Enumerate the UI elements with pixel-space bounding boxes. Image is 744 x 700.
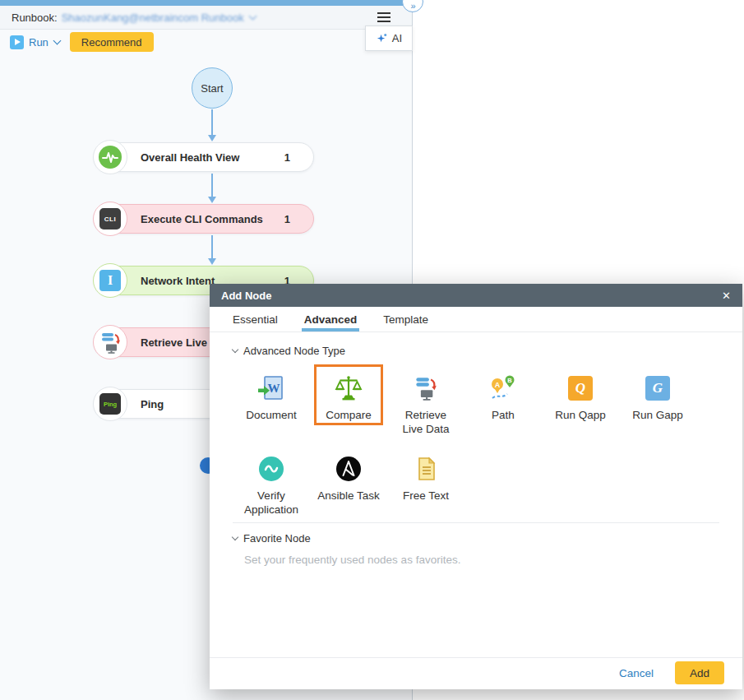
dialog-title: Add Node xyxy=(221,290,271,302)
section-title: Favorite Node xyxy=(243,532,311,545)
favorite-node-description: Set your frequently used nodes as favori… xyxy=(244,554,460,566)
ping-icon: Ping xyxy=(93,387,127,421)
flow-node-execute-cli-commands[interactable]: CLI Execute CLI Commands 1 xyxy=(94,204,314,234)
runbook-chevron-down-icon[interactable] xyxy=(248,12,256,20)
section-divider xyxy=(233,522,719,523)
svg-text:W: W xyxy=(268,382,280,395)
tab-essential[interactable]: Essential xyxy=(233,307,278,331)
node-type-label: Run Qapp xyxy=(555,409,606,423)
node-type-compare[interactable]: Compare xyxy=(314,364,383,425)
flow-node-label: Overall Health View xyxy=(141,151,239,164)
close-icon[interactable]: ✕ xyxy=(722,290,731,302)
run-button[interactable]: Run xyxy=(10,35,60,49)
run-gapp-icon: G xyxy=(645,374,670,402)
flow-arrow xyxy=(211,174,213,197)
runbook-toolbar: Run Recommend xyxy=(0,30,412,54)
ai-menu-label: AI xyxy=(392,32,402,44)
advanced-node-type-section-header[interactable]: Advanced Node Type xyxy=(233,345,742,357)
run-button-label: Run xyxy=(29,36,49,49)
svg-text:A: A xyxy=(495,381,501,389)
add-node-dialog: Add Node ✕ Essential Advanced Template A… xyxy=(210,284,742,689)
dialog-header: Add Node ✕ xyxy=(210,284,742,307)
node-type-free-text[interactable]: Free Text xyxy=(391,445,460,506)
add-button[interactable]: Add xyxy=(675,661,724,684)
retrieve-live-data-icon xyxy=(414,374,438,402)
dialog-tabs: Essential Advanced Template xyxy=(210,307,742,332)
runbook-header: Runbook: ShaozunKang@netbraincom Runbook xyxy=(0,6,412,30)
section-title: Advanced Node Type xyxy=(243,345,345,357)
runbook-label: Runbook: xyxy=(12,12,58,24)
node-type-verify-application[interactable]: Verify Application xyxy=(237,445,306,520)
svg-text:B: B xyxy=(507,377,512,384)
tab-template[interactable]: Template xyxy=(383,307,428,331)
chevron-down-icon xyxy=(232,533,238,540)
compare-scales-icon xyxy=(335,374,363,402)
flow-node-label: Ping xyxy=(141,398,164,410)
flow-node-count: 1 xyxy=(284,213,290,225)
favorite-node-section-header[interactable]: Favorite Node xyxy=(233,532,311,545)
cancel-button[interactable]: Cancel xyxy=(619,667,654,679)
node-type-run-gapp[interactable]: G Run Gapp xyxy=(623,364,692,425)
health-view-icon xyxy=(93,140,127,174)
flow-arrow xyxy=(211,109,213,136)
run-chevron-down-icon[interactable] xyxy=(53,36,61,44)
node-type-path[interactable]: A B Path xyxy=(469,364,538,425)
node-type-run-qapp[interactable]: Q Run Qapp xyxy=(546,364,615,425)
menu-icon[interactable] xyxy=(377,16,390,18)
flow-node-label: Network Intent xyxy=(141,275,215,287)
footer-divider xyxy=(210,657,742,658)
node-type-label: Compare xyxy=(326,409,372,423)
node-type-retrieve-live-data[interactable]: Retrieve Live Data xyxy=(391,364,460,439)
word-document-icon: W xyxy=(257,374,285,402)
dialog-footer: Cancel Add xyxy=(619,661,724,685)
verify-application-icon xyxy=(259,455,284,483)
sparkle-icon xyxy=(376,32,388,44)
node-type-ansible-task[interactable]: Ansible Task xyxy=(314,445,383,506)
free-text-icon xyxy=(414,455,438,483)
node-type-label: Retrieve Live Data xyxy=(394,409,458,437)
runbook-name[interactable]: ShaozunKang@netbraincom Runbook xyxy=(62,12,244,24)
ansible-icon xyxy=(336,455,361,483)
play-icon xyxy=(10,35,24,49)
run-qapp-icon: Q xyxy=(568,374,593,402)
chevron-down-icon xyxy=(232,345,238,352)
recommend-button[interactable]: Recommend xyxy=(70,32,154,52)
flow-node-label: Execute CLI Commands xyxy=(141,213,263,225)
recommend-button-label: Recommend xyxy=(81,36,142,49)
flow-node-count: 1 xyxy=(284,151,290,164)
flow-start-node[interactable]: Start xyxy=(192,67,233,109)
node-type-label: Document xyxy=(246,409,297,423)
cli-icon: CLI xyxy=(93,202,127,236)
node-type-label: Run Gapp xyxy=(632,409,683,423)
flow-node-overall-health-view[interactable]: Overall Health View 1 xyxy=(94,142,314,172)
node-type-label: Ansible Task xyxy=(317,489,380,503)
retrieve-live-data-icon xyxy=(93,325,127,359)
screen: Runbook: ShaozunKang@netbraincom Runbook… xyxy=(0,0,744,700)
node-type-label: Verify Application xyxy=(239,489,303,517)
network-intent-icon: I xyxy=(93,263,127,298)
ai-menu-item[interactable]: AI xyxy=(365,25,413,51)
flow-arrow xyxy=(211,235,213,259)
start-node-label: Start xyxy=(201,82,223,95)
node-type-label: Path xyxy=(492,409,515,423)
panel-top-accent xyxy=(0,0,412,6)
path-icon: A B xyxy=(489,374,517,402)
tab-advanced[interactable]: Advanced xyxy=(304,307,358,331)
node-type-document[interactable]: W Document xyxy=(237,364,306,425)
node-type-label: Free Text xyxy=(403,489,449,503)
